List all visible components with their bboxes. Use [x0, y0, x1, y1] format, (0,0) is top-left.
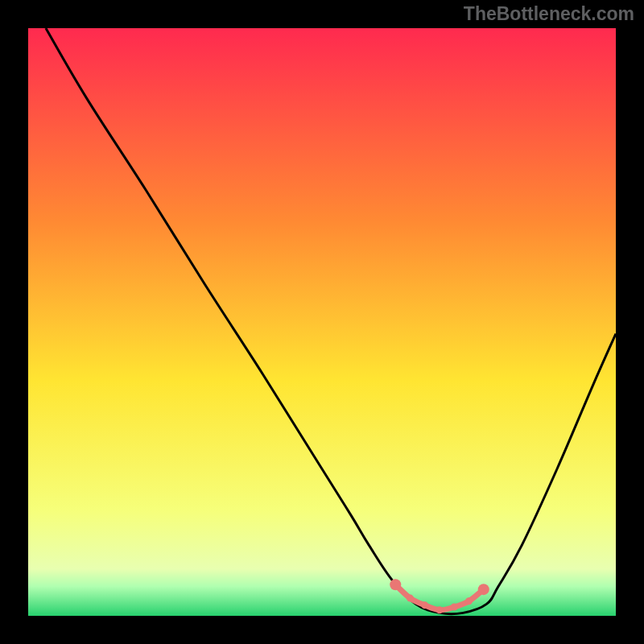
marker-dot: [451, 604, 458, 611]
chart-frame: TheBottleneck.com: [0, 0, 644, 644]
attribution-text: TheBottleneck.com: [464, 3, 634, 25]
gradient-background: [28, 28, 616, 616]
marker-dot: [421, 601, 428, 609]
marker-dot: [436, 606, 444, 613]
marker-dot: [407, 595, 414, 602]
marker-dot: [478, 584, 489, 595]
bottleneck-chart-svg: [28, 28, 616, 616]
marker-dot: [465, 597, 473, 605]
marker-dot: [390, 579, 401, 590]
plot-area: [28, 28, 616, 616]
